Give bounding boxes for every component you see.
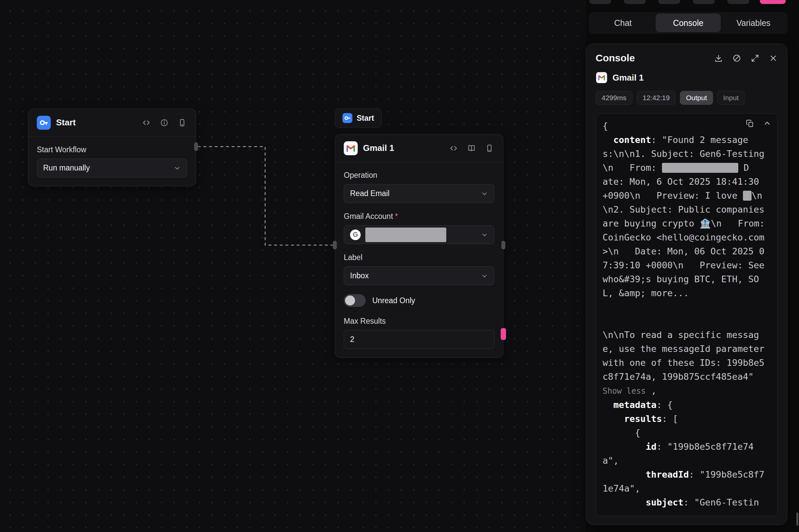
console-line: \n From: D	[602, 161, 771, 175]
json-text: who&#39;s buying BTC, ETH, SO	[602, 274, 759, 284]
tab-variables[interactable]: Variables	[721, 14, 786, 32]
json-text: \n\nTo read a specific messag	[602, 330, 759, 340]
phone-icon[interactable]	[484, 143, 495, 153]
info-icon[interactable]	[159, 118, 169, 128]
trigger-select[interactable]: Run manually	[37, 158, 187, 177]
connection-wire	[198, 147, 333, 245]
console-line	[602, 314, 771, 328]
unread-only-toggle[interactable]	[344, 294, 366, 307]
start-node-header[interactable]: Start	[28, 109, 196, 137]
gmail-node[interactable]: Gmail 1 Operation Read Email Gmail Accou…	[335, 134, 503, 358]
book-icon[interactable]	[466, 143, 477, 153]
start-pill[interactable]: Start	[335, 109, 382, 128]
console-line: a",	[602, 454, 771, 468]
json-text: s:\n\n1. Subject: Gen6-Testing	[602, 149, 764, 159]
toolbar-button-2[interactable]	[624, 0, 646, 4]
toolbar-button-primary[interactable]	[760, 0, 786, 4]
max-results-label: Max Results	[344, 317, 495, 326]
json-text	[602, 497, 646, 508]
json-text: L, &amp; more...	[602, 288, 689, 298]
required-asterisk: *	[395, 212, 398, 221]
console-output[interactable]: { content: "Found 2 messages:\n\n1. Subj…	[596, 113, 778, 516]
json-text	[602, 441, 646, 452]
console-line: \n\nTo read a specific messag	[602, 328, 771, 342]
expand-icon[interactable]	[750, 54, 760, 63]
json-key: id	[646, 441, 657, 452]
show-less-link[interactable]: Show less	[602, 386, 646, 396]
toolbar-button-4[interactable]	[693, 0, 715, 4]
right-sidebar: Chat Console Variables Console	[586, 0, 799, 532]
chevron-down-icon	[481, 231, 488, 239]
json-text: with one of these IDs: 199b8e5	[602, 358, 764, 368]
gmail-input-handle[interactable]	[333, 241, 337, 249]
toolbar-button-1[interactable]	[589, 0, 611, 4]
tab-chat[interactable]: Chat	[590, 14, 656, 32]
json-text: : "199b8e5c8f7	[689, 469, 764, 480]
input-tab[interactable]: Input	[718, 91, 745, 105]
toolbar-button-3[interactable]	[658, 0, 680, 4]
gmail-node-header[interactable]: Gmail 1	[335, 134, 503, 162]
console-line: e, use the messageId parameter	[602, 342, 771, 356]
json-text: c8f71e74a, 199b875ccf485ea4"	[602, 372, 754, 382]
json-text	[602, 414, 624, 424]
code-icon[interactable]	[449, 143, 459, 153]
download-icon[interactable]	[714, 54, 723, 63]
output-tab[interactable]: Output	[680, 91, 713, 105]
console-line: 7:39:10 +0000\n Preview: See	[602, 259, 771, 272]
json-text: : "Found 2 message	[651, 135, 748, 145]
label-select[interactable]: Inbox	[344, 266, 495, 285]
operation-select[interactable]: Read Email	[344, 184, 495, 203]
console-line: CoinGecko <hello@coingecko.com	[602, 230, 771, 244]
console-line: s:\n\n1. Subject: Gen6-Testing	[602, 147, 771, 161]
phone-icon[interactable]	[177, 118, 187, 128]
console-line: subject: "Gen6-Testin	[602, 495, 771, 510]
console-line: Show less ,	[602, 384, 771, 398]
gmail-output-handle[interactable]	[501, 241, 505, 249]
gmail-node-title: Gmail 1	[363, 143, 443, 153]
console-output-lines: { content: "Found 2 messages:\n\n1. Subj…	[602, 119, 771, 510]
gmail-icon	[344, 141, 358, 155]
gmail-active-output-handle[interactable]	[501, 328, 506, 340]
console-line: content: "Found 2 message	[602, 133, 771, 147]
tab-console[interactable]: Console	[656, 14, 721, 32]
panel-tabs: Chat Console Variables	[589, 12, 788, 34]
unread-only-label: Unread Only	[372, 296, 415, 305]
json-key: subject	[646, 497, 684, 508]
gmail-account-label-text: Gmail Account	[344, 212, 393, 221]
console-line: id: "199b8e5c8f71e74	[602, 440, 771, 454]
gmail-icon	[596, 72, 608, 83]
start-pill-label: Start	[357, 114, 374, 123]
start-node-title: Start	[56, 117, 136, 128]
scrollbar-thumb[interactable]	[796, 512, 798, 526]
json-text	[602, 469, 646, 480]
chevron-down-icon	[481, 190, 488, 197]
clear-console-icon[interactable]	[732, 54, 741, 63]
chevron-down-icon	[173, 165, 181, 172]
console-line: 1e74a",	[602, 481, 771, 495]
trigger-select-value: Run manually	[43, 164, 169, 172]
start-node[interactable]: Start Start Workflow Run manually	[28, 109, 196, 186]
json-text: +0900\n Preview: I love	[602, 190, 743, 201]
gmail-account-select[interactable]: G	[344, 225, 495, 244]
json-text	[602, 400, 614, 410]
start-output-handle[interactable]	[194, 142, 198, 151]
redacted-box	[662, 163, 738, 173]
max-results-input[interactable]	[344, 330, 495, 349]
copy-icon[interactable]	[746, 119, 754, 128]
json-text: : "Gen6-Testin	[684, 497, 759, 508]
json-text: 7:39:10 +0000\n Preview: See	[602, 260, 764, 270]
start-pill-icon	[342, 113, 352, 123]
json-text: : "199b8e5c8f71e74	[657, 441, 754, 452]
console-line: are buying crypto 🏦\n From:	[602, 216, 771, 230]
json-key: metadata	[614, 400, 657, 410]
console-line: >\n Date: Mon, 06 Oct 2025 0	[602, 244, 771, 259]
collapse-icon[interactable]	[763, 119, 772, 128]
console-node-name: Gmail 1	[613, 73, 644, 83]
console-panel: Console Gmail 1 4299ms	[586, 43, 787, 525]
json-text: \n2. Subject: Public companies	[602, 204, 764, 214]
toolbar-button-5[interactable]	[727, 0, 749, 4]
code-icon[interactable]	[141, 118, 151, 128]
close-icon[interactable]	[769, 54, 778, 63]
chevron-down-icon	[481, 272, 488, 280]
json-text: >\n Date: Mon, 06 Oct 2025 0	[602, 246, 764, 256]
